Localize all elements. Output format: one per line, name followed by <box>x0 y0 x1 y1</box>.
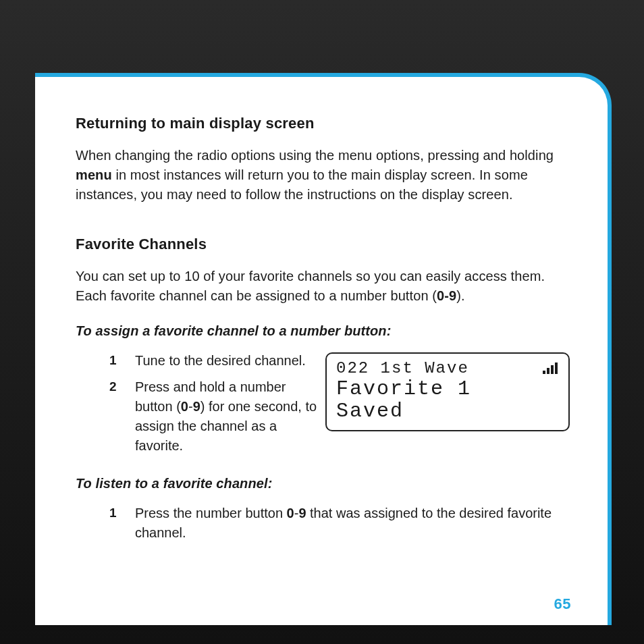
section2-body-after: ). <box>456 288 464 303</box>
assign-lead: To assign a favorite channel to a number… <box>76 323 570 339</box>
listen-lead: To listen to a favorite channel: <box>76 476 570 491</box>
listen-step1-before: Press the number button <box>135 506 287 520</box>
assign-step2-bold: 0 <box>181 399 188 414</box>
device-line1: 022 1st Wave <box>336 359 469 378</box>
listen-step1-bold2: 9 <box>298 506 306 520</box>
section1-body-bold: menu <box>76 167 112 182</box>
page-number: 65 <box>554 595 571 613</box>
manual-page: Returning to main display screen When ch… <box>35 73 612 625</box>
device-line3: Saved <box>336 400 559 423</box>
assign-step2-mid: - <box>188 399 193 414</box>
section2-heading: Favorite Channels <box>76 236 570 253</box>
listen-step-1: Press the number button 0-9 that was ass… <box>135 504 570 543</box>
section2-body-before: You can set up to 10 of your favorite ch… <box>76 269 545 303</box>
section1-body-after: in most instances will return you to the… <box>76 167 528 202</box>
section1-heading: Returning to main display screen <box>76 115 570 132</box>
signal-icon <box>543 363 558 374</box>
section1-body: When changing the radio options using th… <box>76 146 570 205</box>
assign-row: Tune to the desired channel. Press and h… <box>76 351 570 462</box>
device-line2: Favorite 1 <box>336 378 559 401</box>
assign-step1-text: Tune to the desired channel. <box>135 353 306 368</box>
device-row-top: 022 1st Wave <box>336 359 559 378</box>
listen-steps: Press the number button 0-9 that was ass… <box>76 504 570 543</box>
listen-step1-bold: 0 <box>287 506 294 520</box>
assign-step-1: Tune to the desired channel. <box>135 351 317 371</box>
section2-body-bold: 0-9 <box>437 288 456 303</box>
device-screen: 022 1st Wave Favorite 1 Saved <box>325 352 570 431</box>
assign-steps: Tune to the desired channel. Press and h… <box>76 351 317 462</box>
assign-step-2: Press and hold a number button (0-9) for… <box>135 377 317 456</box>
section1-body-before: When changing the radio options using th… <box>76 148 554 163</box>
section2-body: You can set up to 10 of your favorite ch… <box>76 267 570 306</box>
assign-step2-bold2: 9 <box>193 399 200 414</box>
